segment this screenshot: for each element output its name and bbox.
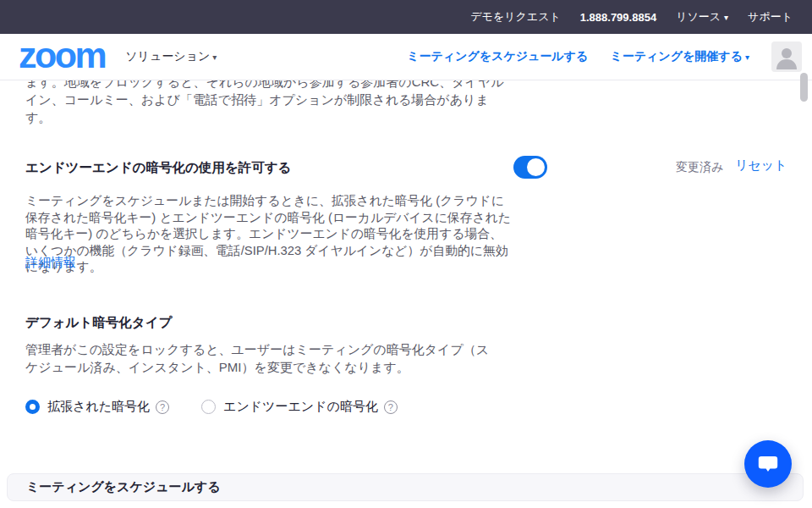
radio-enhanced-encryption[interactable]: 拡張された暗号化 ? — [25, 399, 169, 415]
chevron-down-icon: ▾ — [745, 52, 749, 62]
chat-support-button[interactable] — [744, 440, 792, 488]
header-actions: ミーティングをスケジュールする ミーティングを開催する▾ — [407, 41, 802, 72]
user-avatar[interactable] — [771, 41, 802, 72]
default-encryption-description: 管理者がこの設定をロックすると、ユーザーはミーティングの暗号化タイプ（スケジュー… — [25, 340, 496, 376]
top-utility-bar: デモをリクエスト 1.888.799.8854 リソース▾ サポート — [0, 0, 812, 34]
chat-bubble-icon — [757, 454, 779, 475]
more-info-link[interactable]: 詳細情報 — [25, 255, 76, 271]
solutions-label: ソリューション — [125, 49, 210, 63]
phone-number-link[interactable]: 1.888.799.8854 — [580, 11, 656, 24]
blocked-regions-description: ます。地域をブロックすると、それらの地域から参加する参加者のCRC、ダイヤルイン… — [25, 73, 504, 126]
person-icon — [771, 41, 802, 72]
modified-status-badge: 変更済み — [676, 160, 723, 175]
default-encryption-title: デフォルト暗号化タイプ — [25, 314, 172, 332]
e2e-setting-title: エンドツーエンドの暗号化の使用を許可する — [25, 159, 291, 177]
schedule-meeting-link[interactable]: ミーティングをスケジュールする — [407, 49, 588, 64]
help-icon[interactable]: ? — [156, 400, 169, 414]
toggle-knob — [527, 158, 545, 176]
request-demo-link[interactable]: デモをリクエスト — [470, 9, 560, 25]
solutions-menu[interactable]: ソリューション▾ — [125, 49, 217, 64]
resources-menu[interactable]: リソース▾ — [676, 9, 728, 25]
chevron-down-icon: ▾ — [212, 52, 217, 62]
chevron-down-icon: ▾ — [724, 13, 728, 22]
section-header-label: ミーティングをスケジュールする — [26, 479, 221, 495]
radio-selected-icon — [25, 400, 40, 414]
radio-unselected-icon — [201, 400, 216, 414]
radio-label: 拡張された暗号化 — [47, 399, 150, 415]
host-meeting-label: ミーティングを開催する — [610, 49, 743, 63]
e2e-encryption-toggle[interactable] — [513, 156, 547, 179]
zoom-settings-page: デモをリクエスト 1.888.799.8854 リソース▾ サポート zoom … — [0, 0, 812, 508]
schedule-meeting-section-header[interactable]: ミーティングをスケジュールする — [7, 473, 804, 501]
resources-label: リソース — [676, 10, 721, 23]
scrollbar-thumb[interactable] — [800, 73, 808, 102]
e2e-setting-description: ミーティングをスケジュールまたは開始するときに、拡張された暗号化 (クラウドに保… — [25, 193, 511, 276]
help-icon[interactable]: ? — [384, 400, 398, 414]
support-link[interactable]: サポート — [748, 9, 793, 25]
zoom-logo[interactable]: zoom — [19, 35, 105, 79]
main-header: zoom ソリューション▾ ミーティングをスケジュールする ミーティングを開催す… — [0, 34, 812, 80]
radio-label: エンドツーエンドの暗号化 — [223, 399, 378, 415]
host-meeting-menu[interactable]: ミーティングを開催する▾ — [610, 49, 749, 64]
reset-link[interactable]: リセット — [735, 157, 787, 174]
radio-e2e-encryption[interactable]: エンドツーエンドの暗号化 ? — [201, 399, 398, 415]
encryption-type-options: 拡張された暗号化 ? エンドツーエンドの暗号化 ? — [25, 399, 398, 415]
